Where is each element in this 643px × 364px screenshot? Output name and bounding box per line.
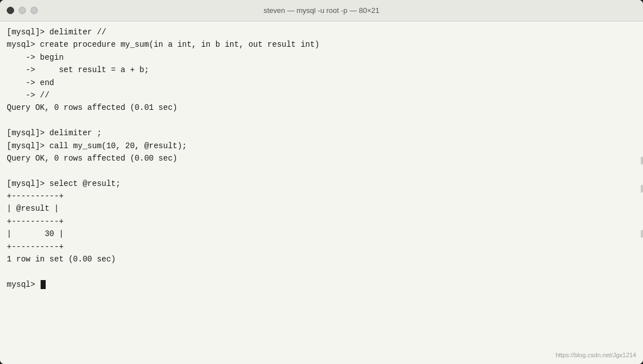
scroll-marker-3: [641, 230, 643, 238]
terminal-window: steven — mysql -u root -p — 80×21 [mysql…: [0, 0, 643, 364]
empty-line-2: [7, 165, 636, 177]
terminal-line-13: [mysql]> select @result;: [7, 177, 636, 190]
terminal-line-7: Query OK, 0 rows affected (0.01 sec): [7, 101, 636, 114]
terminal-line-2: mysql> create procedure my_sum(in a int,…: [7, 38, 636, 51]
terminal-line-5: -> end: [7, 77, 636, 89]
maximize-button[interactable]: [30, 7, 38, 14]
close-button[interactable]: [7, 7, 14, 14]
terminal-line-16: +----------+: [7, 215, 636, 228]
terminal-line-3: -> begin: [7, 51, 636, 64]
terminal-line-17: | 30 |: [7, 228, 636, 240]
terminal-line-1: [mysql]> delimiter //: [7, 26, 636, 38]
terminal-body[interactable]: [mysql]> delimiter // mysql> create proc…: [0, 21, 643, 364]
terminal-prompt-final: mysql>: [7, 278, 636, 291]
cursor: [41, 280, 46, 289]
window-title: steven — mysql -u root -p — 80×21: [263, 6, 380, 15]
watermark: https://blog.csdn.net/Jgx1214: [556, 350, 636, 360]
terminal-line-14: +----------+: [7, 190, 636, 202]
titlebar: steven — mysql -u root -p — 80×21: [0, 0, 643, 21]
traffic-lights: [7, 7, 38, 14]
minimize-button[interactable]: [19, 7, 26, 14]
terminal-line-18: +----------+: [7, 241, 636, 253]
empty-line-1: [7, 114, 636, 127]
terminal-line-4: -> set result = a + b;: [7, 64, 636, 76]
terminal-line-6: -> //: [7, 89, 636, 101]
empty-line-3: [7, 265, 636, 278]
scroll-marker-1: [641, 157, 643, 165]
terminal-line-9: [mysql]> delimiter ;: [7, 127, 636, 139]
terminal-line-15: | @result |: [7, 202, 636, 215]
terminal-line-11: Query OK, 0 rows affected (0.00 sec): [7, 152, 636, 165]
terminal-line-10: [mysql]> call my_sum(10, 20, @result);: [7, 140, 636, 152]
scroll-marker-2: [641, 185, 643, 193]
terminal-line-19: 1 row in set (0.00 sec): [7, 253, 636, 265]
